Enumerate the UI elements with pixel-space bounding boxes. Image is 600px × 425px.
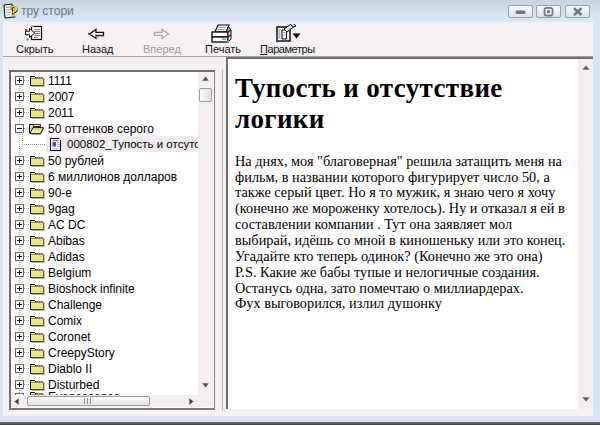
svg-text:?: ? [10,3,18,20]
